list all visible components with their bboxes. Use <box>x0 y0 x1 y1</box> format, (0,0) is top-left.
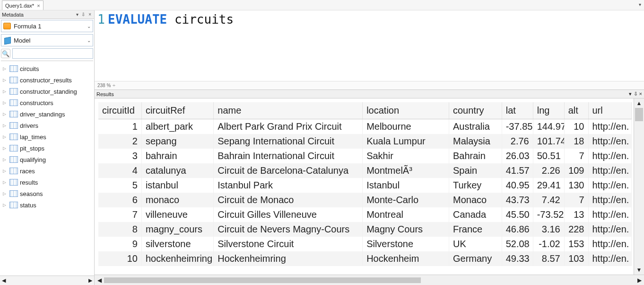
results-title: Results <box>96 91 114 97</box>
table-node-seasons[interactable]: ▷seasons <box>1 188 93 199</box>
table-node-circuits[interactable]: ▷circuits <box>1 63 93 74</box>
cell: -73.52 <box>533 207 564 222</box>
metadata-scrollbar[interactable]: ◀ ▶ <box>0 276 94 285</box>
cell: 6 <box>98 193 141 207</box>
cell: 45.50 <box>502 207 533 222</box>
search-icon[interactable]: 🔍 <box>1 49 10 58</box>
table-row[interactable]: 9silverstoneSilverstone CircuitSilversto… <box>98 237 632 251</box>
table-row[interactable]: 10hockenheimringHockenheimringHockenheim… <box>98 251 632 266</box>
zoom-level[interactable]: 238 % <box>97 83 111 88</box>
expand-icon[interactable]: ▷ <box>3 100 8 105</box>
table-node-drivers[interactable]: ▷drivers <box>1 120 93 131</box>
scroll-right-icon[interactable]: ▶ <box>88 277 92 284</box>
cell: France <box>449 222 502 237</box>
results-grid[interactable]: circuitIdcircuitRefnamelocationcountryla… <box>95 98 634 275</box>
database-combo[interactable]: Formula 1 ⌄ <box>1 20 93 32</box>
table-row[interactable]: 1albert_parkAlbert Park Grand Prix Circu… <box>98 119 632 134</box>
scroll-thumb[interactable] <box>635 108 643 121</box>
scroll-left-icon[interactable]: ◀ <box>2 277 6 284</box>
cell: 50.51 <box>533 149 564 163</box>
table-node-constructor_results[interactable]: ▷constructor_results <box>1 74 93 86</box>
scroll-up-icon[interactable]: ▲ <box>634 98 644 108</box>
table-node-pit_stops[interactable]: ▷pit_stops <box>1 142 93 154</box>
cell: 9 <box>98 237 141 251</box>
results-window-controls[interactable]: ▾ ⇩ × <box>629 91 642 97</box>
metadata-window-controls[interactable]: ▾ ⇩ × <box>76 12 92 17</box>
vertical-scrollbar[interactable]: ▲ ▼ <box>634 98 644 275</box>
table-node-races[interactable]: ▷races <box>1 165 93 177</box>
cell: Circuit Gilles Villeneuve <box>214 207 363 222</box>
expand-icon[interactable]: ▷ <box>3 169 8 173</box>
zoom-stepper-icon[interactable]: ÷ <box>113 83 115 88</box>
table-node-results[interactable]: ▷results <box>1 177 93 188</box>
metadata-tree[interactable]: ▷circuits▷constructor_results▷constructo… <box>1 61 93 275</box>
col-country[interactable]: country <box>449 102 502 119</box>
table-icon <box>9 179 18 186</box>
cell: 8.57 <box>533 251 564 266</box>
table-row[interactable]: 4catalunyaCircuit de Barcelona-Catalunya… <box>98 163 632 178</box>
expand-icon[interactable]: ▷ <box>3 180 8 185</box>
table-node-driver_standings[interactable]: ▷driver_standings <box>1 108 93 120</box>
col-url[interactable]: url <box>588 102 632 119</box>
table-node-qualifying[interactable]: ▷qualifying <box>1 154 93 165</box>
table-row[interactable]: 8magny_coursCircuit de Nevers Magny-Cour… <box>98 222 632 237</box>
expand-icon[interactable]: ▷ <box>3 112 8 116</box>
table-row[interactable]: 3bahrainBahrain International CircuitSak… <box>98 149 632 163</box>
table-label: constructors <box>20 99 53 107</box>
cell: http://en. <box>588 178 632 193</box>
cell: 10 <box>564 119 588 134</box>
expand-icon[interactable]: ▷ <box>3 157 8 162</box>
col-circuitId[interactable]: circuitId <box>98 102 141 119</box>
cell: 49.33 <box>502 251 533 266</box>
dax-editor[interactable]: 1 EVALUATE circuits <box>95 10 644 81</box>
expand-icon[interactable]: ▷ <box>3 146 8 151</box>
expand-icon[interactable]: ▷ <box>3 123 8 128</box>
model-name: Model <box>14 37 30 44</box>
metadata-search-input[interactable] <box>12 48 93 59</box>
table-label: pit_stops <box>20 145 44 152</box>
cell: http://en. <box>588 119 632 134</box>
cell: 18 <box>564 134 588 149</box>
chevron-down-icon: ⌄ <box>87 24 91 29</box>
col-alt[interactable]: alt <box>564 102 588 119</box>
cell: Hockenheim <box>363 251 449 266</box>
expand-icon[interactable]: ▷ <box>3 203 8 207</box>
col-circuitRef[interactable]: circuitRef <box>141 102 213 119</box>
cell: Bahrain International Circuit <box>214 149 363 163</box>
cell: silverstone <box>141 237 213 251</box>
model-combo[interactable]: Model ⌄ <box>1 34 93 46</box>
table-label: circuits <box>20 65 39 72</box>
scroll-right-icon[interactable]: ▶ <box>635 277 644 284</box>
scroll-thumb[interactable] <box>104 277 421 283</box>
table-label: status <box>20 202 36 209</box>
expand-icon[interactable]: ▷ <box>3 66 8 71</box>
table-row[interactable]: 6monacoCircuit de MonacoMonte-CarloMonac… <box>98 193 632 207</box>
expand-icon[interactable]: ▷ <box>3 89 8 94</box>
cell: 109 <box>564 163 588 178</box>
scroll-down-icon[interactable]: ▼ <box>634 265 644 275</box>
table-row[interactable]: 5istanbulIstanbul ParkIstanbulTurkey40.9… <box>98 178 632 193</box>
expand-icon[interactable]: ▷ <box>3 78 8 82</box>
scroll-left-icon[interactable]: ◀ <box>95 277 104 284</box>
col-location[interactable]: location <box>363 102 449 119</box>
col-name[interactable]: name <box>214 102 363 119</box>
table-node-status[interactable]: ▷status <box>1 199 93 211</box>
expand-icon[interactable]: ▷ <box>3 191 8 196</box>
horizontal-scrollbar[interactable]: ◀ ▶ <box>95 275 644 285</box>
table-node-constructors[interactable]: ▷constructors <box>1 97 93 108</box>
tab-query1[interactable]: Query1.dax* × <box>2 0 44 10</box>
table-row[interactable]: 7villeneuveCircuit Gilles VilleneuveMont… <box>98 207 632 222</box>
table-row[interactable]: 2sepangSepang International CircuitKuala… <box>98 134 632 149</box>
cell: Sepang International Circuit <box>214 134 363 149</box>
table-node-constructor_standing[interactable]: ▷constructor_standing <box>1 86 93 97</box>
expand-icon[interactable]: ▷ <box>3 134 8 139</box>
tabstrip-overflow-icon[interactable]: ▾ <box>639 2 641 7</box>
col-lng[interactable]: lng <box>533 102 564 119</box>
table-node-lap_times[interactable]: ▷lap_times <box>1 131 93 142</box>
cell: 52.08 <box>502 237 533 251</box>
close-icon[interactable]: × <box>37 3 40 9</box>
cell: 2 <box>98 134 141 149</box>
col-lat[interactable]: lat <box>502 102 533 119</box>
editor-code[interactable]: EVALUATE circuits <box>108 12 644 81</box>
cell: Australia <box>449 119 502 134</box>
